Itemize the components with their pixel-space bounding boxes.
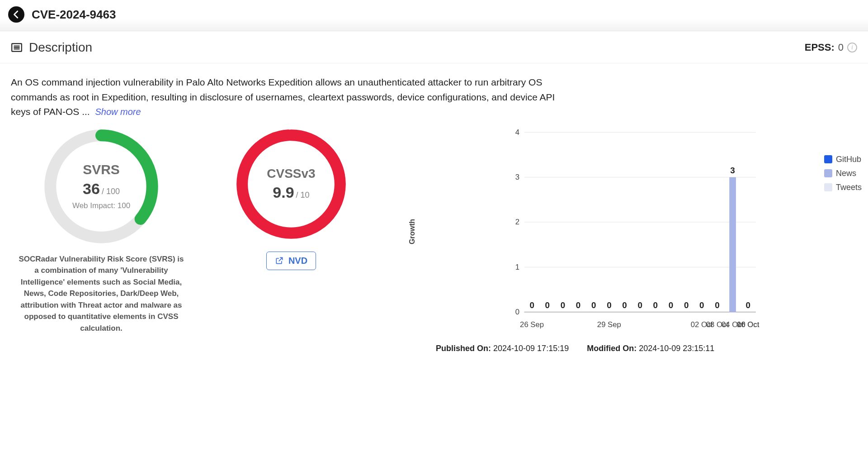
epss-label: EPSS: <box>805 42 835 53</box>
page-header: CVE-2024-9463 <box>0 0 868 31</box>
svg-rect-32 <box>729 177 736 312</box>
description-text: An OS command injection vulnerability in… <box>11 75 571 119</box>
svg-text:0: 0 <box>653 300 658 310</box>
nvd-label: NVD <box>288 256 307 266</box>
svrs-gauge: SVRS 36 / 100 Web Impact: 100 <box>42 128 160 245</box>
svg-text:0: 0 <box>545 300 550 310</box>
svg-text:29 Sep: 29 Sep <box>597 320 621 329</box>
description-bar: Description EPSS: 0 i <box>0 31 868 63</box>
show-more-link[interactable]: Show more <box>95 107 141 117</box>
arrow-left-icon <box>11 10 21 19</box>
svg-text:3: 3 <box>730 166 735 175</box>
svrs-sub: Web Impact: 100 <box>72 201 130 210</box>
svg-text:0: 0 <box>591 300 596 310</box>
svg-text:08 Oct: 08 Oct <box>706 320 729 329</box>
svg-text:0: 0 <box>515 308 519 316</box>
svg-text:0: 0 <box>529 300 534 310</box>
info-icon[interactable]: i <box>847 43 857 52</box>
svg-text:3: 3 <box>515 173 519 181</box>
legend-item-news[interactable]: News <box>824 169 862 178</box>
back-button[interactable] <box>8 6 24 23</box>
svg-text:4: 4 <box>515 128 519 136</box>
section-heading: Description <box>29 40 92 55</box>
cvss-gauge: CVSSv3 9.9 / 10 <box>235 128 348 241</box>
growth-chart-panel: Growth 0123400000000000003026 Sep29 Sep0… <box>391 128 857 353</box>
epss-value: 0 <box>838 42 844 53</box>
svg-text:0: 0 <box>699 300 704 310</box>
cvss-panel: CVSSv3 9.9 / 10 NVD <box>210 128 373 270</box>
cvss-value: 9.9 <box>273 184 294 201</box>
svg-text:0: 0 <box>684 300 689 310</box>
legend-item-github[interactable]: GitHub <box>824 155 862 164</box>
cvss-title: CVSSv3 <box>267 166 315 181</box>
nvd-link-button[interactable]: NVD <box>266 252 316 270</box>
svg-text:0: 0 <box>622 300 627 310</box>
svrs-title: SVRS <box>83 162 120 177</box>
list-icon <box>11 42 23 53</box>
legend-item-tweets[interactable]: Tweets <box>824 183 862 192</box>
svg-text:0: 0 <box>576 300 580 310</box>
svg-text:0: 0 <box>715 300 719 310</box>
svg-text:0: 0 <box>561 300 565 310</box>
svg-text:0: 0 <box>746 300 750 310</box>
svrs-max: / 100 <box>102 187 120 196</box>
svrs-value: 36 <box>83 180 100 198</box>
chart-meta: Published On: 2024-10-09 17:15:19 Modifi… <box>409 344 857 353</box>
svg-text:0: 0 <box>607 300 611 310</box>
chart-legend: GitHubNewsTweets <box>824 155 862 192</box>
svg-text:1: 1 <box>515 262 519 271</box>
svrs-description: SOCRadar Vulnerability Risk Score (SVRS)… <box>18 253 185 334</box>
external-link-icon <box>275 256 284 265</box>
svrs-panel: SVRS 36 / 100 Web Impact: 100 SOCRadar V… <box>11 128 192 334</box>
page-title: CVE-2024-9463 <box>32 8 116 22</box>
epss-score: EPSS: 0 i <box>805 42 857 53</box>
growth-chart: 0123400000000000003026 Sep29 Sep02 Oct04… <box>409 128 857 336</box>
cvss-max: / 10 <box>296 190 310 200</box>
chart-y-axis-label: Growth <box>408 219 416 244</box>
svg-text:26 Sep: 26 Sep <box>520 320 544 329</box>
svg-text:10 Oct: 10 Oct <box>737 320 760 329</box>
svg-text:2: 2 <box>515 218 519 226</box>
svg-text:0: 0 <box>637 300 642 310</box>
svg-text:0: 0 <box>669 300 673 310</box>
